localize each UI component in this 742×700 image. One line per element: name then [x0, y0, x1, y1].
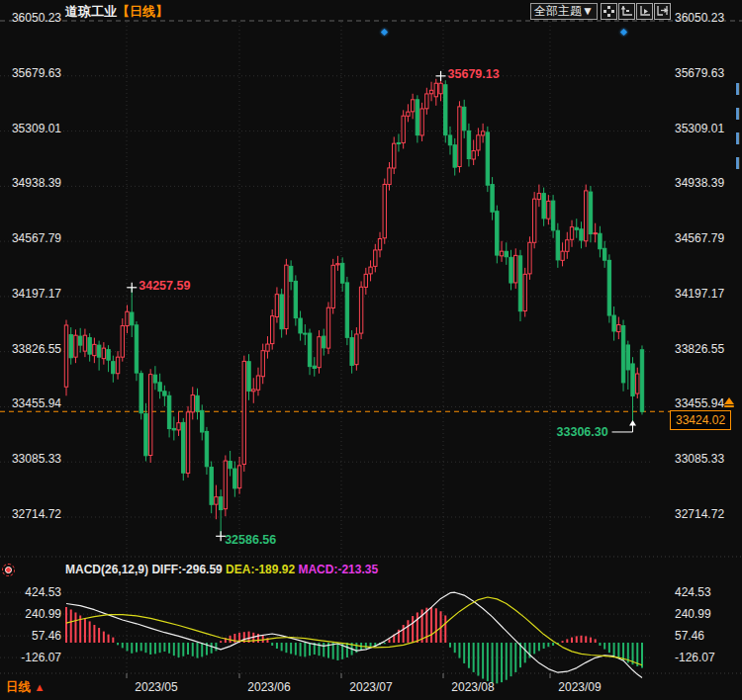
right-edge-truncated-tab[interactable]: ▍ [736, 108, 742, 120]
candle-body [247, 362, 250, 392]
date-axis-label: 2023/06 [237, 680, 301, 694]
candle-body [518, 256, 521, 311]
candle-body [547, 201, 550, 219]
candle-body [299, 318, 302, 333]
move-grid-icon[interactable] [601, 3, 617, 20]
right-edge-truncated-tab[interactable]: ▍ [736, 83, 742, 95]
macd-diff-value: DIFF:-296.59 [151, 563, 222, 576]
candle-body [219, 497, 222, 510]
candle-body [64, 325, 67, 387]
annotation-high-may: 34257.59 [139, 279, 190, 293]
candle-body [575, 227, 578, 229]
axis-pan-icon[interactable] [654, 3, 671, 20]
candle-body [116, 357, 119, 374]
dea-line [66, 597, 642, 665]
candle-body [326, 307, 329, 348]
annotation-low-sep: 33306.30 [557, 425, 608, 439]
macd-macd-value: MACD:-213.35 [298, 563, 378, 576]
price-axis-label: 35679.63 [675, 66, 724, 80]
candle-body [523, 274, 526, 310]
period-label: 日线 [6, 680, 31, 694]
candle-body [374, 250, 377, 266]
candle-body [210, 468, 213, 505]
candle-body [561, 251, 564, 260]
candle-body [177, 423, 180, 430]
candle-body [407, 112, 410, 116]
candle-body [599, 233, 602, 249]
price-axis-label: 35679.63 [0, 66, 61, 80]
price-axis-label: 33826.55 [0, 342, 61, 356]
right-edge-truncated-tab[interactable]: ▍ [736, 157, 742, 169]
candle-body [462, 107, 465, 130]
macd-dea-value: DEA:-189.92 [226, 563, 295, 576]
theme-selector-dropdown[interactable]: 全部主题▼ [530, 3, 598, 20]
indicator-settings-icon[interactable] [2, 564, 15, 576]
candle-body [313, 366, 316, 368]
macd-name: MACD(26,12,9) [65, 563, 148, 576]
candle-body [233, 469, 236, 488]
candle-body [359, 287, 362, 333]
price-marker-arrow-icon[interactable] [722, 397, 736, 410]
macd-axis-label: 240.99 [675, 607, 711, 621]
candle-body [350, 338, 353, 366]
macd-axis-label: -126.07 [0, 651, 61, 664]
candle-body [182, 422, 185, 473]
price-axis-label: 36050.23 [0, 11, 61, 25]
candle-body [444, 85, 447, 135]
candle-body [88, 338, 91, 355]
candle-body [308, 333, 311, 367]
candle-body [631, 364, 634, 396]
candle-body [196, 395, 199, 411]
candle-body [135, 325, 138, 373]
macd-axis-label: 424.53 [675, 585, 711, 599]
candle-body [589, 192, 592, 233]
period-tag: 【日线】 [117, 4, 168, 19]
candle-body [93, 344, 96, 355]
low-connector-line [612, 422, 633, 432]
annotation-peak-high: 35679.13 [448, 67, 500, 81]
candle-body [224, 461, 227, 509]
candle-body [78, 336, 81, 345]
macd-indicator-header[interactable]: MACD(26,12,9) DIFF:-296.59 DEA:-189.92 M… [65, 563, 378, 576]
candle-body [256, 376, 259, 390]
candle-body [294, 281, 297, 317]
period-arrow-icon: ▲ [34, 681, 45, 693]
macd-axis-label: -126.07 [675, 651, 715, 664]
annotation-low-may: 32586.56 [225, 533, 276, 547]
candle-body [491, 185, 494, 213]
candle-body [397, 142, 400, 143]
candle-body [514, 255, 517, 283]
candle-body [612, 315, 615, 331]
candle-body [640, 350, 643, 411]
dif-line [66, 592, 642, 677]
price-axis-label: 33085.33 [675, 452, 724, 466]
period-toggle[interactable]: 日线 ▲ [6, 679, 45, 696]
candle-body [172, 428, 175, 430]
axis-scale-left-icon[interactable] [618, 3, 635, 20]
candle-body [336, 264, 339, 265]
candle-body [603, 248, 605, 260]
macd-axis-label: 57.46 [0, 629, 61, 643]
price-axis-label: 32714.72 [0, 507, 61, 521]
price-axis-label: 34197.17 [675, 287, 724, 301]
candle-body [340, 263, 343, 283]
candle-body [467, 131, 470, 158]
candle-body [416, 100, 418, 135]
candle-body [532, 199, 535, 242]
candle-body [458, 107, 461, 167]
price-axis-label: 33455.94 [675, 396, 724, 410]
candle-body [237, 466, 240, 488]
candle-body [500, 251, 503, 256]
date-axis-label: 2023/08 [441, 680, 505, 694]
axis-scale-right-icon[interactable] [636, 3, 653, 20]
price-axis-label: 32714.72 [675, 507, 724, 521]
candle-body [388, 168, 391, 185]
candle-body [215, 497, 218, 505]
candlestick-chart-canvas[interactable] [0, 0, 742, 700]
candle-body [594, 233, 597, 234]
candle-body [496, 212, 499, 255]
candle-body [580, 229, 583, 240]
right-edge-truncated-tab[interactable]: ▍ [736, 132, 742, 144]
price-axis-label: 35309.01 [675, 122, 724, 135]
candle-body [163, 392, 166, 395]
